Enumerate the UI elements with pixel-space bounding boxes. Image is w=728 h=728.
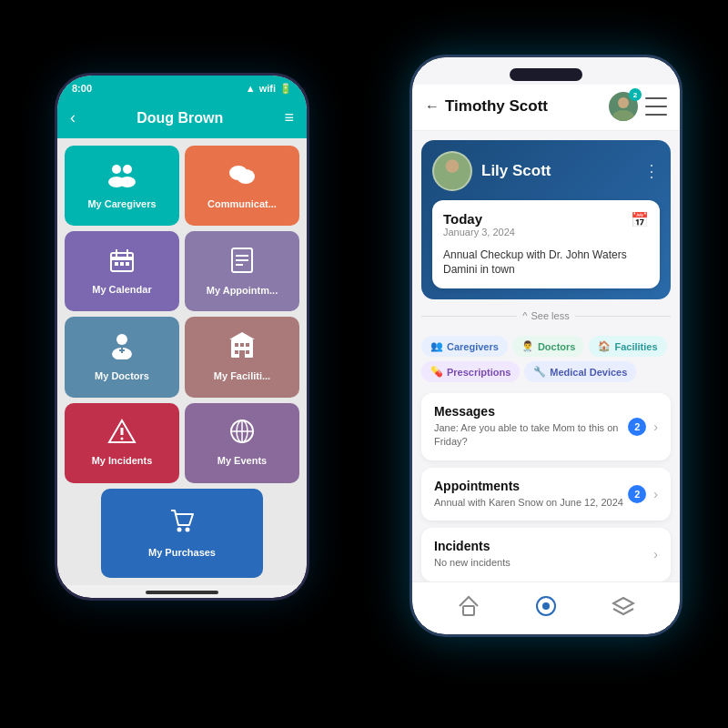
svg-point-5 — [237, 169, 255, 184]
nav-home-icon[interactable] — [457, 594, 480, 623]
profile-card[interactable]: Lily Scott ⋮ Today January 3, 2024 📅 Ann… — [421, 140, 671, 299]
svg-rect-42 — [463, 606, 474, 615]
nav-circle-icon[interactable] — [534, 594, 558, 623]
tile-calendar-label: My Calendar — [92, 284, 151, 296]
phone1-user-name: Doug Brown — [136, 110, 223, 126]
tile-communications[interactable]: Communicat... — [185, 146, 299, 226]
messages-subtitle: Jane: Are you able to take Mom to this o… — [434, 421, 628, 450]
appointments-icon — [230, 247, 254, 280]
messages-section[interactable]: Messages Jane: Are you able to take Mom … — [421, 393, 671, 460]
phone2-back-button[interactable]: ← — [425, 98, 440, 115]
phone1-home-indicator — [146, 591, 218, 594]
svg-rect-10 — [115, 262, 118, 266]
hamburger-menu-icon[interactable] — [645, 97, 667, 116]
today-card: Today January 3, 2024 📅 Annual Checkup w… — [432, 200, 660, 288]
svg-rect-27 — [239, 350, 245, 358]
svg-point-31 — [121, 438, 124, 440]
profile-card-header: Lily Scott ⋮ — [432, 151, 660, 191]
svg-point-38 — [618, 97, 629, 108]
phone2-user-name: Timothy Scott — [445, 97, 548, 116]
incidents-chevron-icon: › — [653, 547, 658, 561]
tile-events[interactable]: My Events — [185, 403, 299, 483]
pill-facilities[interactable]: 🏠 Facilities — [589, 336, 666, 357]
incidents-subtitle: No new incidents — [434, 556, 653, 570]
see-less-bar[interactable]: ^ See less — [421, 307, 671, 325]
svg-point-36 — [177, 528, 182, 532]
doctors-pill-icon: 👨‍⚕️ — [521, 340, 534, 352]
tile-calendar[interactable]: My Calendar — [65, 231, 179, 311]
facilities-pill-label: Facilities — [614, 341, 657, 352]
medical-devices-pill-label: Medical Devices — [550, 367, 627, 378]
tile-incidents[interactable]: My Incidents — [65, 403, 179, 483]
svg-point-39 — [612, 110, 634, 121]
phone2-bottom-nav — [412, 581, 680, 634]
purchases-icon — [167, 507, 197, 542]
appointments-badge: 2 — [628, 485, 646, 503]
tile-events-label: My Events — [217, 455, 267, 467]
svg-point-1 — [123, 165, 132, 174]
tile-doctors[interactable]: My Doctors — [65, 317, 179, 397]
svg-point-37 — [186, 528, 190, 532]
tile-appointments-label: My Appointm... — [207, 285, 278, 297]
today-title: Today — [443, 211, 515, 227]
phone2-notch — [510, 68, 582, 81]
communications-icon — [228, 162, 257, 194]
phone1-status-icons: ▲ wifi 🔋 — [246, 83, 292, 95]
today-date: January 3, 2024 — [443, 227, 515, 238]
phone2-content: Lily Scott ⋮ Today January 3, 2024 📅 Ann… — [412, 131, 680, 581]
svg-point-40 — [446, 159, 460, 173]
messages-chevron-icon: › — [653, 420, 658, 434]
tile-purchases[interactable]: My Purchases — [101, 489, 263, 578]
phone2-avatar-wrapper[interactable]: 2 — [609, 92, 638, 121]
today-event-2: Damini in town — [443, 263, 649, 276]
caregivers-pill-label: Caregivers — [447, 341, 499, 352]
phone1-menu-icon[interactable]: ≡ — [284, 108, 294, 127]
svg-rect-11 — [120, 262, 124, 266]
phone1-back-button[interactable]: ‹ — [70, 108, 76, 127]
today-calendar-icon: 📅 — [631, 211, 649, 228]
phone1-header: ‹ Doug Brown ≡ — [57, 101, 307, 138]
svg-rect-7 — [111, 257, 133, 260]
caregivers-pill-icon: 👥 — [430, 340, 443, 352]
phone2-avatar-badge: 2 — [629, 88, 642, 101]
pill-medical-devices[interactable]: 🔧 Medical Devices — [524, 361, 636, 382]
profile-name: Lily Scott — [481, 162, 551, 180]
pill-caregivers[interactable]: 👥 Caregivers — [421, 336, 508, 357]
phone1-time: 8:00 — [72, 83, 92, 94]
profile-options-icon[interactable]: ⋮ — [643, 161, 660, 181]
svg-marker-45 — [613, 598, 633, 609]
appointments-chevron-icon: › — [653, 487, 658, 501]
facilities-icon — [229, 332, 255, 366]
tile-facilities-label: My Faciliti... — [214, 370, 270, 382]
svg-rect-26 — [246, 350, 249, 354]
phone1-app-grid: My Caregivers Communicat... — [57, 138, 307, 585]
profile-avatar — [432, 151, 472, 191]
phone2-device: ← Timothy Scott 2 — [410, 55, 682, 637]
facilities-pill-icon: 🏠 — [598, 340, 611, 352]
tile-facilities[interactable]: My Faciliti... — [185, 317, 299, 397]
see-less-line-left — [421, 316, 517, 317]
phone2-notch-bar — [412, 57, 680, 85]
svg-point-44 — [542, 602, 550, 610]
tile-appointments[interactable]: My Appointm... — [185, 231, 299, 311]
svg-point-41 — [439, 176, 465, 191]
pill-prescriptions[interactable]: 💊 Prescriptions — [421, 361, 520, 382]
pill-doctors[interactable]: 👨‍⚕️ Doctors — [512, 336, 585, 357]
events-icon — [229, 419, 255, 450]
svg-rect-25 — [235, 350, 238, 354]
filter-pills: 👥 Caregivers 👨‍⚕️ Doctors 🏠 Facilities 💊… — [421, 332, 671, 386]
tile-communications-label: Communicat... — [207, 198, 277, 210]
messages-badge: 2 — [628, 418, 646, 436]
caregivers-icon — [107, 162, 136, 194]
incidents-section[interactable]: Incidents No new incidents › — [421, 528, 671, 581]
tile-doctors-label: My Doctors — [95, 370, 149, 382]
appointments-section[interactable]: Appointments Annual with Karen Snow on J… — [421, 468, 671, 521]
prescriptions-pill-icon: 💊 — [430, 366, 443, 378]
tile-caregivers[interactable]: My Caregivers — [65, 146, 179, 226]
see-less-text: ^ See less — [522, 310, 569, 321]
nav-layers-icon[interactable] — [612, 594, 635, 623]
svg-point-3 — [119, 177, 136, 187]
phone2-header: ← Timothy Scott 2 — [412, 85, 680, 131]
incidents-title: Incidents — [434, 539, 653, 553]
incidents-icon — [107, 419, 136, 450]
